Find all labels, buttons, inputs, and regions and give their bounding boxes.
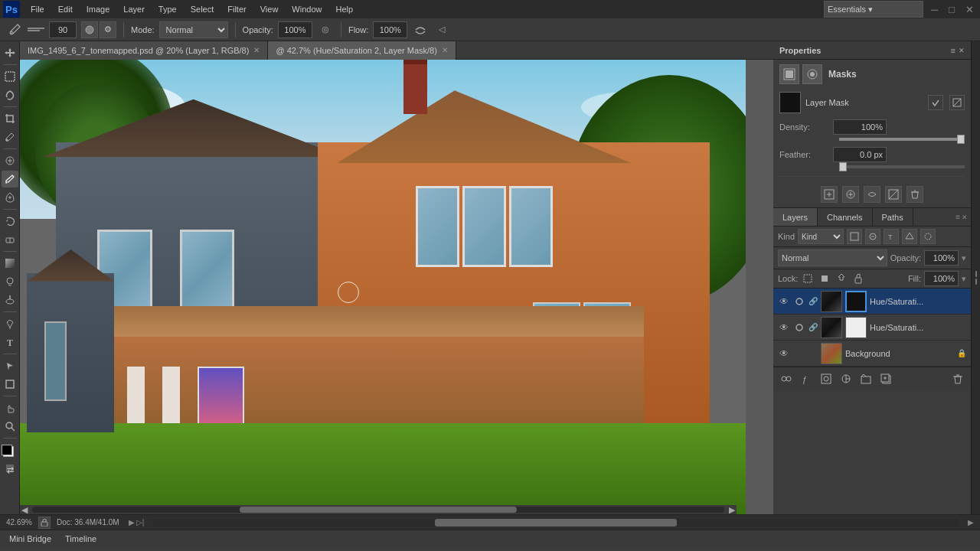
timeline-tab[interactable]: Timeline [62, 533, 100, 545]
layers-panel-menu[interactable]: ≡ [956, 213, 960, 221]
color-swatch[interactable] [2, 445, 18, 461]
brush-preset-btn[interactable] [81, 21, 98, 38]
swap-colors-icon[interactable]: ⇄ [6, 465, 14, 472]
scroll-right-btn[interactable]: ▶ [727, 505, 737, 515]
zoom-lock-btn[interactable] [38, 517, 51, 529]
canvas-scrollbar[interactable]: ◀ ▶ [20, 505, 737, 514]
crop-tool[interactable] [2, 110, 18, 127]
eraser-tool[interactable] [2, 231, 18, 248]
filter-shape-icon[interactable] [902, 229, 917, 244]
layer-blend-mode[interactable]: Normal [778, 249, 887, 266]
layer-item-2[interactable]: 👁 Background 🔒 [773, 341, 971, 367]
tab-1[interactable]: IMG_1495_6_7_tonemapped.psd @ 20% (Layer… [20, 41, 268, 60]
filter-adjustment-icon[interactable] [865, 229, 880, 244]
erase-toggle[interactable]: ◁ [433, 21, 450, 38]
type-tool[interactable]: T [2, 334, 18, 350]
airbrush-toggle[interactable]: ◎ [317, 21, 334, 38]
pen-tool[interactable] [2, 315, 18, 332]
tab-2[interactable]: @ 42.7% (Hue/Saturation 2, Layer Mask/8)… [268, 41, 456, 60]
brush-tool-options-icon[interactable] [5, 20, 24, 40]
scrollbar-thumb[interactable] [240, 507, 517, 513]
layer-2-visibility[interactable]: 👁 [778, 347, 790, 360]
feather-slider-handle[interactable] [839, 162, 847, 171]
menu-filter[interactable]: Filter [221, 3, 252, 15]
filter-smart-icon[interactable] [920, 229, 936, 244]
filter-pixel-icon[interactable] [847, 229, 862, 244]
healing-brush-tool[interactable] [2, 152, 18, 169]
lock-pixel-icon[interactable] [818, 272, 831, 285]
layer-1-visibility[interactable]: 👁 [778, 321, 790, 334]
new-group-btn[interactable] [858, 370, 874, 387]
layer-item-0[interactable]: 👁 🔗 Hue/Saturati... [773, 289, 971, 315]
lock-transparent-icon[interactable] [801, 272, 815, 285]
brush-tool[interactable] [2, 171, 18, 187]
menu-view[interactable]: View [254, 3, 285, 15]
brush-size-input[interactable]: 90 [49, 21, 77, 38]
scrollbar-track[interactable] [32, 507, 724, 513]
tab-1-close[interactable]: ✕ [253, 46, 260, 54]
flow-input[interactable]: 100% [373, 21, 407, 38]
layers-tab[interactable]: Layers [773, 208, 818, 226]
lock-position-icon[interactable] [835, 272, 848, 285]
paths-tab[interactable]: Paths [873, 208, 913, 226]
move-tool[interactable] [2, 44, 18, 61]
density-slider-handle[interactable] [957, 135, 965, 144]
feather-slider[interactable] [839, 165, 965, 168]
hand-tool[interactable] [2, 399, 18, 416]
fill-arrow[interactable]: ▾ [962, 274, 966, 284]
canvas[interactable]: ◀ ▶ [20, 60, 746, 514]
pixel-mask-icon[interactable] [779, 64, 799, 84]
menu-layer[interactable]: Layer [117, 3, 151, 15]
invert-mask-btn[interactable] [949, 95, 965, 110]
vector-mask-icon[interactable] [802, 64, 822, 84]
scroll-left-btn[interactable]: ◀ [20, 505, 29, 515]
add-vector-mask-btn[interactable] [842, 186, 859, 203]
history-brush-tool[interactable] [2, 213, 18, 230]
blend-mode-select[interactable]: Normal [159, 21, 228, 38]
step-btn[interactable]: ▷| [136, 518, 145, 527]
add-pixel-mask-btn[interactable] [821, 186, 838, 203]
menu-window[interactable]: Window [286, 3, 328, 15]
delete-layer-btn[interactable] [949, 370, 966, 387]
layer-0-visibility[interactable]: 👁 [778, 295, 790, 308]
blur-tool[interactable] [2, 273, 18, 290]
lock-all-icon[interactable] [851, 272, 865, 285]
density-input[interactable] [833, 119, 887, 135]
mask-edge-btn[interactable] [864, 186, 880, 203]
menu-file[interactable]: File [24, 3, 51, 15]
outer-panel-collapse[interactable] [971, 41, 980, 514]
opacity-arrow[interactable]: ▾ [962, 253, 966, 263]
link-layers-btn[interactable] [778, 370, 795, 387]
mini-bridge-tab[interactable]: Mini Bridge [6, 533, 54, 545]
new-layer-btn[interactable] [877, 370, 894, 387]
menu-edit[interactable]: Edit [52, 3, 79, 15]
bottom-scrollbar-thumb[interactable] [435, 519, 677, 527]
zoom-tool[interactable] [2, 418, 18, 435]
new-adjustment-btn[interactable] [838, 370, 854, 387]
delete-mask-btn[interactable] [906, 186, 923, 203]
feather-input[interactable] [833, 147, 887, 162]
path-selection-tool[interactable] [2, 357, 18, 374]
dodge-tool[interactable] [2, 292, 18, 308]
add-mask-btn[interactable] [818, 370, 835, 387]
properties-close-icon[interactable]: ✕ [959, 47, 965, 54]
tab-2-close[interactable]: ✕ [442, 46, 448, 54]
filter-type-select[interactable]: Kind [798, 229, 844, 244]
foreground-color[interactable] [2, 445, 12, 455]
opacity-input[interactable]: 100% [278, 21, 312, 38]
filter-type-icon[interactable]: T [884, 229, 899, 244]
menu-type[interactable]: Type [152, 3, 183, 15]
bottom-scrollbar[interactable] [153, 519, 959, 527]
channels-tab[interactable]: Channels [818, 208, 872, 226]
rectangular-marquee-tool[interactable] [2, 68, 18, 85]
layers-panel-close[interactable]: ✕ [962, 214, 968, 221]
menu-select[interactable]: Select [185, 3, 220, 15]
workspace-selector[interactable]: Essentials ▾ [824, 1, 923, 18]
apply-mask-btn[interactable] [928, 95, 943, 110]
fill-value[interactable]: 100% [924, 271, 959, 286]
menu-image[interactable]: Image [80, 3, 116, 15]
invert-mask-btn2[interactable] [885, 186, 902, 203]
maximize-btn[interactable]: □ [946, 4, 958, 15]
menu-help[interactable]: Help [329, 3, 359, 15]
play-btn[interactable]: ▶ [129, 518, 135, 527]
